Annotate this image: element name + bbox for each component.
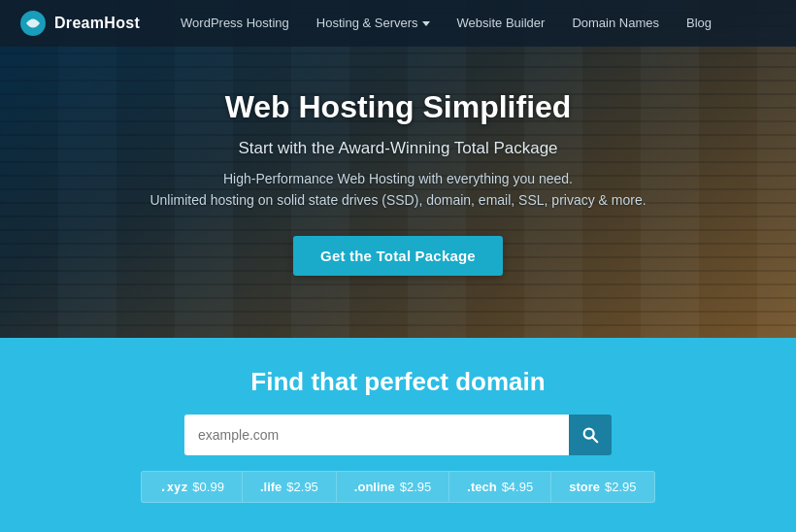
nav-menu: WordPress Hosting Hosting & Servers Webs… <box>167 0 725 47</box>
tld-price-tech: $4.95 <box>502 480 534 494</box>
dreamhost-logo-icon <box>19 10 47 37</box>
tld-item-store[interactable]: store $2.95 <box>551 472 653 502</box>
hero-title: Web Hosting Simplified <box>149 89 646 125</box>
tld-name-online: .online <box>354 480 395 494</box>
tld-item-life[interactable]: .life $2.95 <box>243 472 337 502</box>
navbar: DreamHost WordPress Hosting Hosting & Se… <box>0 0 796 47</box>
logo-text: DreamHost <box>54 15 140 32</box>
nav-link-website-builder[interactable]: Website Builder <box>444 0 559 47</box>
cta-button[interactable]: Get the Total Package <box>293 236 503 276</box>
nav-link-wordpress[interactable]: WordPress Hosting <box>167 0 303 47</box>
tld-name-life: .life <box>260 480 282 494</box>
tld-name-xyz: .xyz <box>159 481 187 494</box>
nav-item-wordpress[interactable]: WordPress Hosting <box>167 0 303 47</box>
tld-item-xyz[interactable]: .xyz $0.99 <box>142 472 242 502</box>
tld-list: .xyz $0.99 .life $2.95 .online $2.95 .te… <box>141 471 654 503</box>
tld-name-tech: .tech <box>467 480 496 494</box>
tld-price-store: $2.95 <box>605 480 637 494</box>
hero-content: Web Hosting Simplified Start with the Aw… <box>149 62 646 277</box>
tld-name-store: store <box>569 480 600 494</box>
nav-item-blog[interactable]: Blog <box>673 0 725 47</box>
chevron-down-icon <box>422 21 430 26</box>
tld-price-xyz: $0.99 <box>192 480 224 494</box>
svg-line-2 <box>593 438 598 443</box>
nav-link-blog[interactable]: Blog <box>673 0 725 47</box>
domain-section: Find that perfect domain .xyz $0.99 .lif… <box>0 338 796 532</box>
search-icon <box>581 426 599 444</box>
tld-item-tech[interactable]: .tech $4.95 <box>449 472 551 502</box>
tld-price-life: $2.95 <box>286 480 318 494</box>
nav-link-hosting[interactable]: Hosting & Servers <box>303 0 444 47</box>
hero-section: Web Hosting Simplified Start with the Aw… <box>0 0 796 338</box>
domain-title: Find that perfect domain <box>250 367 545 397</box>
domain-search-bar <box>184 415 612 455</box>
nav-item-domain-names[interactable]: Domain Names <box>558 0 673 47</box>
nav-item-hosting[interactable]: Hosting & Servers <box>303 0 444 47</box>
domain-search-button[interactable] <box>569 415 612 455</box>
hero-subtitle: Start with the Award-Winning Total Packa… <box>149 139 646 158</box>
tld-price-online: $2.95 <box>400 480 432 494</box>
logo[interactable]: DreamHost <box>19 10 140 37</box>
hero-description: High-Performance Web Hosting with everyt… <box>149 168 646 212</box>
nav-item-website-builder[interactable]: Website Builder <box>444 0 559 47</box>
nav-link-domain-names[interactable]: Domain Names <box>558 0 673 47</box>
hero-description-line2: Unlimited hosting on solid state drives … <box>149 192 646 208</box>
tld-item-online[interactable]: .online $2.95 <box>337 472 449 502</box>
hero-description-line1: High-Performance Web Hosting with everyt… <box>223 171 573 186</box>
domain-search-input[interactable] <box>184 415 569 455</box>
